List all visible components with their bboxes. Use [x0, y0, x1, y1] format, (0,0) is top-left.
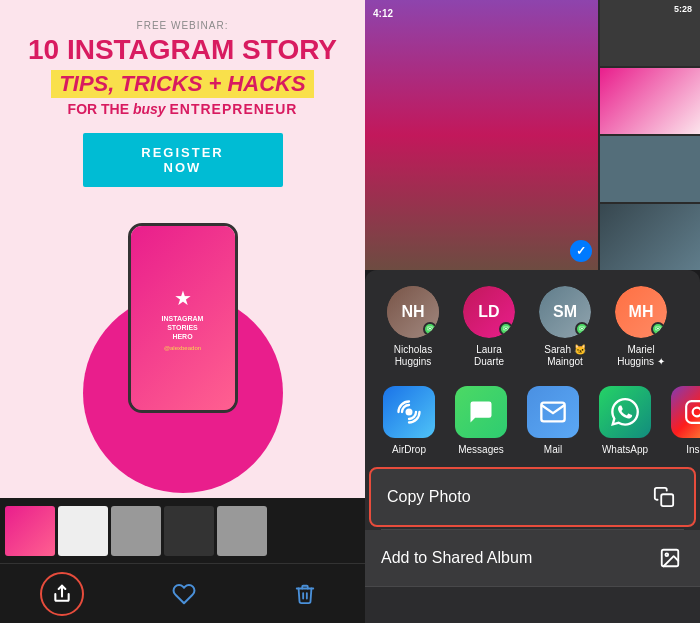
copy-photo-icon	[650, 483, 678, 511]
message-dot-icon-3: ✉	[579, 325, 585, 333]
action-list: Copy Photo Add to Shared Album	[365, 465, 700, 623]
message-dot-icon: ✉	[427, 325, 433, 333]
thumb-1[interactable]	[5, 506, 55, 556]
messages-svg	[467, 398, 495, 426]
phone-screen-text: INSTAGRAMSTORIESHERO	[162, 314, 204, 341]
share-button[interactable]	[40, 572, 84, 616]
messages-item[interactable]: Messages	[449, 386, 513, 455]
instagram-svg	[684, 399, 700, 425]
sidebar-photo-2	[600, 68, 700, 134]
right-panel: FREE WEBINAR10 INSTAGRAMSTORYTIPS, TRICK…	[365, 0, 700, 623]
register-button[interactable]: REGISTER NOW	[83, 133, 283, 187]
status-time: 5:28	[674, 4, 692, 14]
contact-name-4: MarielHuggins ✦	[617, 344, 664, 368]
mail-svg	[539, 398, 567, 426]
thumb-4[interactable]	[164, 506, 214, 556]
copy-photo-label: Copy Photo	[387, 488, 650, 506]
svg-point-3	[693, 408, 700, 417]
heart-button[interactable]	[164, 574, 204, 614]
message-dot-icon-2: ✉	[503, 325, 509, 333]
main-title: 10 INSTAGRAM STORY TIPS, TRICKS + HACKS …	[28, 35, 337, 117]
contact-mariel[interactable]: MH ✉ MarielHuggins ✦	[605, 286, 677, 368]
thumb-3[interactable]	[111, 506, 161, 556]
title-line1: 10 INSTAGRAM STORY	[28, 35, 337, 66]
check-overlay: ✓	[570, 240, 592, 262]
message-dot-3: ✉	[575, 322, 589, 336]
message-dot-4: ✉	[651, 322, 665, 336]
message-dot-2: ✉	[499, 322, 513, 336]
sidebar-photo-4	[600, 204, 700, 270]
thumb-5[interactable]	[217, 506, 267, 556]
story-view: FREE WEBINAR10 INSTAGRAMSTORYTIPS, TRICK…	[365, 0, 700, 270]
apps-row: AirDrop Messages Mail	[365, 376, 700, 465]
phone-screen: ★ INSTAGRAMSTORIESHERO @alexbeadon	[131, 226, 235, 410]
trash-icon	[294, 583, 316, 605]
copy-photo-button[interactable]: Copy Photo	[369, 467, 696, 527]
left-content: FREE WEBINAR: 10 INSTAGRAM STORY TIPS, T…	[0, 0, 365, 498]
message-dot-icon-4: ✉	[655, 325, 661, 333]
contacts-row: NH ✉ NicholasHuggins LD ✉ LauraDuarte	[365, 270, 700, 376]
contact-sarah[interactable]: SM ✉ Sarah 🐱Maingot	[529, 286, 601, 368]
phone-handle: @alexbeadon	[164, 345, 201, 351]
instagram-label: Ins...	[686, 444, 700, 455]
contact-avatar-2: LD ✉	[463, 286, 515, 338]
share-sheet: NH ✉ NicholasHuggins LD ✉ LauraDuarte	[365, 270, 700, 623]
mail-icon	[527, 386, 579, 438]
airdrop-label: AirDrop	[392, 444, 426, 455]
instagram-preview: FREE WEBINAR10 INSTAGRAMSTORYTIPS, TRICK…	[365, 0, 700, 270]
for-text: FOR THE	[68, 101, 129, 117]
left-panel: FREE WEBINAR: 10 INSTAGRAM STORY TIPS, T…	[0, 0, 365, 623]
ig-background: FREE WEBINAR10 INSTAGRAMSTORYTIPS, TRICK…	[365, 0, 700, 270]
phone-mockup: ★ INSTAGRAMSTORIESHERO @alexbeadon	[128, 223, 238, 413]
trash-button[interactable]	[285, 574, 325, 614]
status-bar: 5:28	[674, 4, 692, 14]
messages-icon	[455, 386, 507, 438]
mail-item[interactable]: Mail	[521, 386, 585, 455]
timer-bar: 4:12	[373, 8, 393, 19]
album-icon-svg	[659, 547, 681, 569]
messages-label: Messages	[458, 444, 504, 455]
busy-text: busy	[133, 101, 166, 117]
add-shared-album-button[interactable]: Add to Shared Album	[365, 530, 700, 587]
phone-hero: ★ INSTAGRAMSTORIESHERO @alexbeadon	[53, 213, 313, 493]
star-icon: ★	[174, 286, 192, 310]
message-dot-1: ✉	[423, 322, 437, 336]
title-for: FOR THE busy ENTREPRENEUR	[28, 102, 337, 117]
whatsapp-icon	[599, 386, 651, 438]
action-bar	[0, 563, 365, 623]
story-main: FREE WEBINAR10 INSTAGRAMSTORYTIPS, TRICK…	[365, 0, 598, 270]
whatsapp-svg	[611, 398, 639, 426]
mail-label: Mail	[544, 444, 562, 455]
whatsapp-item[interactable]: WhatsApp	[593, 386, 657, 455]
entrepreneur-text: ENTREPRENEUR	[170, 101, 298, 117]
whatsapp-label: WhatsApp	[602, 444, 648, 455]
copy-icon-svg	[653, 486, 675, 508]
person-bg	[365, 0, 598, 270]
contact-avatar-1: NH ✉	[387, 286, 439, 338]
add-shared-album-label: Add to Shared Album	[381, 549, 656, 567]
thumb-2[interactable]	[58, 506, 108, 556]
airdrop-icon	[383, 386, 435, 438]
contact-laura[interactable]: LD ✉ LauraDuarte	[453, 286, 525, 368]
contact-name-1: NicholasHuggins	[394, 344, 432, 368]
contact-avatar-4: MH ✉	[615, 286, 667, 338]
svg-rect-5	[661, 494, 673, 506]
sidebar-photo-3	[600, 136, 700, 202]
thumbnail-strip	[0, 498, 365, 563]
ig-sidebar	[600, 0, 700, 270]
airdrop-item[interactable]: AirDrop	[377, 386, 441, 455]
instagram-item[interactable]: Ins...	[665, 386, 700, 455]
contact-avatar-3: SM ✉	[539, 286, 591, 338]
share-icon	[52, 584, 72, 604]
contact-name-3: Sarah 🐱Maingot	[544, 344, 585, 368]
timer-text: 4:12	[373, 8, 393, 19]
airdrop-svg	[395, 398, 423, 426]
title-tricks: TIPS, TRICKS + HACKS	[51, 70, 313, 98]
add-shared-album-icon	[656, 544, 684, 572]
svg-point-7	[665, 553, 668, 556]
instagram-icon	[671, 386, 700, 438]
contact-name-2: LauraDuarte	[474, 344, 504, 368]
webinar-label: FREE WEBINAR:	[137, 20, 229, 31]
contact-nicholas[interactable]: NH ✉ NicholasHuggins	[377, 286, 449, 368]
heart-icon	[172, 582, 196, 606]
